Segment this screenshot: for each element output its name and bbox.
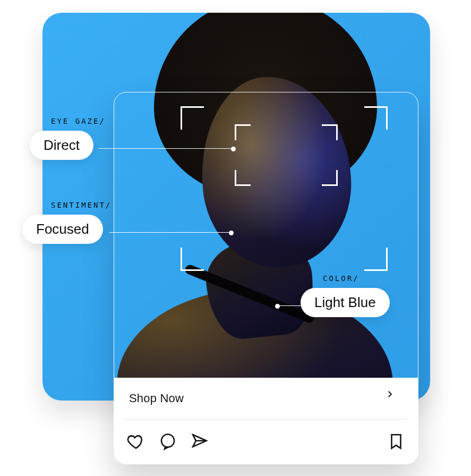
canvas: Shop Now	[0, 0, 471, 476]
paper-plane-icon[interactable]	[191, 432, 209, 450]
slash-icon: /	[353, 274, 357, 283]
slash-icon: /	[99, 117, 104, 125]
annotation-heading: COLOR/	[323, 274, 358, 283]
crop-bracket-icon	[364, 248, 388, 271]
card-bottom: Shop Now	[114, 378, 418, 464]
crop-bracket-icon	[364, 106, 388, 130]
annotation-value-pill: Direct	[30, 131, 93, 160]
bookmark-icon[interactable]	[387, 432, 405, 450]
annotation-eye-gaze: EYE GAZE/ Direct	[30, 117, 104, 160]
heart-icon[interactable]	[127, 432, 145, 450]
annotation-heading: SENTIMENT/	[51, 201, 110, 209]
crop-bracket-icon	[181, 106, 204, 130]
annotation-color: COLOR/ Light Blue	[295, 274, 390, 317]
eye-bracket-icon	[322, 124, 338, 140]
chevron-right-icon	[385, 389, 403, 407]
cta-row[interactable]: Shop Now	[114, 378, 418, 419]
annotation-heading: EYE GAZE/	[51, 117, 104, 125]
action-row	[114, 420, 418, 463]
leader-line	[99, 148, 234, 149]
annotation-heading-text: EYE GAZE	[51, 117, 99, 125]
annotation-sentiment: SENTIMENT/ Focused	[22, 201, 110, 244]
cta-label: Shop Now	[129, 392, 184, 405]
comment-icon[interactable]	[159, 432, 177, 450]
svg-point-0	[161, 435, 174, 447]
annotation-value-pill: Focused	[22, 215, 103, 244]
slash-icon: /	[106, 201, 110, 209]
eye-bracket-icon	[235, 170, 251, 186]
leader-line	[277, 305, 302, 306]
eye-bracket-icon	[235, 124, 251, 140]
annotation-heading-text: COLOR	[323, 274, 353, 283]
card-media-area	[114, 92, 418, 379]
leader-line	[109, 232, 232, 233]
annotation-value: Direct	[44, 137, 80, 153]
annotation-value-pill: Light Blue	[301, 288, 390, 317]
crop-bracket-icon	[181, 248, 204, 271]
annotation-value: Focused	[36, 221, 89, 237]
annotation-value: Light Blue	[314, 294, 376, 310]
annotation-heading-text: SENTIMENT	[51, 201, 106, 209]
eye-bracket-icon	[322, 170, 338, 186]
